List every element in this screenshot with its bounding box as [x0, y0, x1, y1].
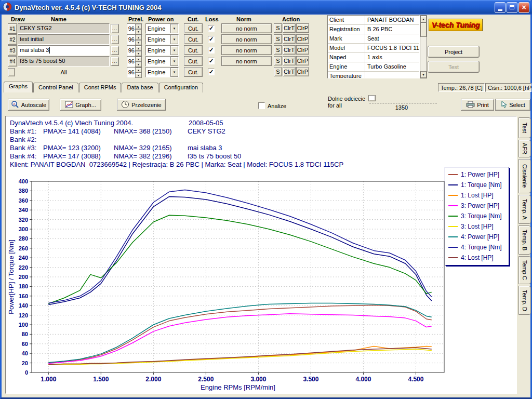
action-clrp-button[interactable]: ClrP	[296, 34, 309, 44]
side-tab-temp-c[interactable]: Temp C	[518, 256, 531, 284]
power-on-select[interactable]: Engine▼	[145, 56, 179, 66]
spinner-down-icon[interactable]: ▼	[135, 40, 142, 45]
bank-name-field[interactable]: CEKY STG2	[18, 23, 110, 34]
action-s-button[interactable]: S	[274, 34, 282, 44]
spinner-down-icon[interactable]: ▼	[135, 62, 142, 67]
select-button[interactable]: Select	[495, 99, 530, 111]
side-tab-temp-d[interactable]: Temp. D	[518, 286, 531, 315]
bank-number-button[interactable]: #1	[8, 23, 17, 34]
side-tab-afr[interactable]: AFR	[518, 140, 531, 157]
combo-arrow-icon[interactable]: ▼	[170, 68, 178, 77]
client-scrollbar[interactable]: ▲ ▼	[420, 15, 427, 78]
combo-arrow-icon[interactable]: ▼	[170, 24, 178, 33]
client-value[interactable]: B 26 PBC	[365, 25, 419, 34]
action-s-button[interactable]: S	[274, 45, 282, 55]
loss-checkbox[interactable]: ✓	[208, 25, 215, 32]
norm-button[interactable]: no norm	[221, 23, 272, 33]
action-clrt-button[interactable]: ClrT	[283, 56, 296, 65]
przel-spinner[interactable]: 96▲▼	[127, 67, 142, 77]
spinner-up-icon[interactable]: ▲	[135, 46, 142, 51]
action-s-button[interactable]: S	[274, 67, 282, 76]
client-value[interactable]	[365, 72, 419, 78]
client-value[interactable]: PANAIT BOGDAN	[365, 16, 419, 24]
all-star-button[interactable]	[8, 68, 15, 76]
action-clrp-button[interactable]: ClrP	[296, 23, 309, 33]
scrollbar-thumb[interactable]	[420, 22, 427, 37]
client-value[interactable]: FOCUS 1.8 TDCI 115CP	[365, 44, 419, 52]
power-on-select[interactable]: Engine▼	[145, 34, 179, 45]
bank-name-field[interactable]: f35 ts 75 boost 50	[18, 56, 110, 66]
przel-spinner[interactable]: 96▲▼	[127, 45, 142, 56]
spinner-up-icon[interactable]: ▲	[135, 57, 142, 62]
spinner-down-icon[interactable]: ▼	[135, 73, 142, 78]
client-value[interactable]: 1 axis	[365, 53, 419, 62]
action-s-button[interactable]: S	[274, 23, 282, 33]
bank-more-button[interactable]: ...	[111, 57, 119, 66]
loss-checkbox[interactable]: ✓	[208, 47, 215, 54]
scroll-up-icon[interactable]: ▲	[420, 16, 427, 22]
cut-button[interactable]: Cut.	[184, 67, 203, 77]
side-tab-cisnienie[interactable]: Cisnienie	[518, 159, 531, 193]
maximize-button[interactable]	[507, 2, 517, 13]
bank-name-field[interactable]: test initial	[18, 34, 110, 45]
cut-button[interactable]: Cut.	[184, 56, 203, 66]
loss-checkbox[interactable]: ✓	[208, 58, 215, 64]
bank-number-button[interactable]: #2	[8, 34, 17, 45]
spinner-up-icon[interactable]: ▲	[135, 35, 142, 40]
combo-arrow-icon[interactable]: ▼	[170, 57, 178, 66]
action-s-button[interactable]: S	[274, 56, 282, 65]
przelozenie-button[interactable]: Przelozenie	[117, 99, 166, 111]
side-tab-temp-a[interactable]: Temp. A	[518, 195, 531, 224]
tab-control-panel[interactable]: Control Panel	[33, 83, 78, 92]
action-clrt-button[interactable]: ClrT	[283, 45, 296, 55]
action-clrt-button[interactable]: ClrT	[283, 23, 296, 33]
titlebar[interactable]: DynaVtech ver. 4.5.4 (c) V-TECH TUNING 2…	[0, 0, 532, 15]
przel-spinner[interactable]: 96▲▼	[127, 56, 142, 66]
client-value[interactable]: Seat	[365, 34, 419, 43]
power-on-select[interactable]: Engine▼	[145, 67, 179, 77]
power-on-select[interactable]: Engine▼	[145, 45, 179, 56]
cut-button[interactable]: Cut.	[184, 34, 203, 44]
loss-checkbox[interactable]: ✓	[208, 36, 215, 43]
przel-spinner[interactable]: 96▲▼	[127, 34, 142, 45]
action-clrt-button[interactable]: ClrT	[283, 34, 296, 44]
action-clrt-button[interactable]: ClrT	[283, 67, 296, 76]
side-tab-temp-b[interactable]: Temp. B	[518, 225, 531, 255]
slider-track[interactable]	[369, 103, 437, 103]
action-clrp-button[interactable]: ClrP	[296, 56, 309, 65]
bank-more-button[interactable]: ...	[111, 35, 119, 44]
loss-checkbox[interactable]: ✓	[208, 69, 215, 75]
close-button[interactable]: ×	[518, 2, 529, 13]
side-tab-test[interactable]: Test	[518, 117, 531, 138]
spinner-up-icon[interactable]: ▲	[135, 24, 142, 29]
power-on-select[interactable]: Engine▼	[145, 23, 179, 34]
bank-name-field[interactable]: mai slaba 3	[18, 45, 110, 56]
bank-number-button[interactable]: #3	[8, 45, 17, 56]
tab-configuration[interactable]: Configuration	[159, 83, 203, 92]
bank-more-button[interactable]: ...	[111, 24, 119, 33]
lower-cutoff-slider[interactable]: 1350	[367, 95, 438, 112]
combo-arrow-icon[interactable]: ▼	[170, 46, 178, 55]
slider-handle[interactable]	[368, 95, 376, 101]
action-clrp-button[interactable]: ClrP	[296, 45, 309, 55]
project-button[interactable]: Project	[428, 46, 480, 58]
bank-number-button[interactable]: #4	[8, 56, 17, 66]
spinner-up-icon[interactable]: ▲	[135, 68, 142, 73]
tab-graphs[interactable]: Graphs	[4, 82, 33, 92]
spinner-down-icon[interactable]: ▼	[135, 51, 142, 56]
minimize-button[interactable]	[495, 2, 506, 13]
norm-button[interactable]: no norm	[221, 45, 272, 55]
norm-button[interactable]: no norm	[221, 34, 272, 44]
tab-data-base[interactable]: Data base	[122, 83, 158, 92]
scroll-down-icon[interactable]: ▼	[420, 71, 427, 78]
client-value[interactable]: Turbo Gasoline	[365, 62, 419, 71]
combo-arrow-icon[interactable]: ▼	[170, 35, 178, 44]
autoscale-button[interactable]: A Autoscale	[8, 99, 49, 111]
norm-button[interactable]: no norm	[221, 56, 272, 66]
action-clrp-button[interactable]: ClrP	[296, 67, 309, 76]
spinner-down-icon[interactable]: ▼	[135, 29, 142, 34]
cut-button[interactable]: Cut.	[184, 45, 203, 55]
print-button[interactable]: Print	[461, 99, 494, 111]
bank-more-button[interactable]: ...	[111, 46, 119, 55]
analize-checkbox[interactable]	[258, 102, 265, 109]
